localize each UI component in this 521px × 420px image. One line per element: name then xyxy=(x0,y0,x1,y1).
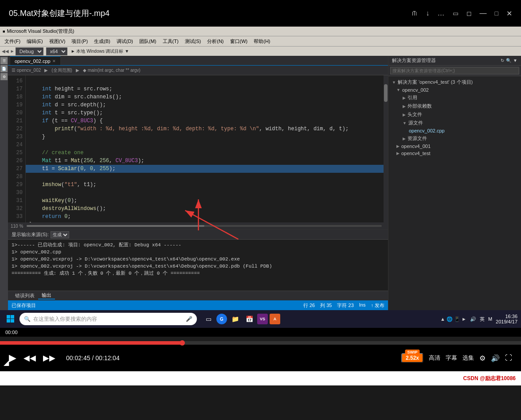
volume-button[interactable]: 🔊 xyxy=(491,354,500,362)
tab-close-icon[interactable]: ✕ xyxy=(52,59,56,63)
vs-left-sidebar: ☰ 📄 ⚙ xyxy=(0,56,8,310)
tree-item-resources[interactable]: ▶ 资源文件 xyxy=(390,134,519,143)
play-button[interactable]: ▶ xyxy=(9,352,16,364)
sidebar-icon-3[interactable]: ⚙ xyxy=(0,73,8,80)
sidebar-icon-1[interactable]: ☰ xyxy=(0,57,8,64)
share-icon[interactable]: ⫙ xyxy=(411,9,418,17)
taskbar-vs[interactable]: VS xyxy=(257,314,268,324)
taskbar-explorer[interactable]: 📁 xyxy=(229,313,241,325)
status-publish[interactable]: ↑ 发布 xyxy=(371,302,384,309)
se-ctrl-2[interactable]: 🔍 xyxy=(506,58,511,63)
fullscreen-button[interactable]: ⛶ xyxy=(505,354,512,362)
tree-item-sources[interactable]: ▼ 源文件 xyxy=(390,119,519,127)
chevron-right-icon-4: ▶ xyxy=(403,136,406,141)
vs-vertical-scrollbar[interactable] xyxy=(384,75,388,222)
vs-menu-help[interactable]: 帮助(H) xyxy=(251,38,273,45)
step-back-button[interactable]: ◀◀ xyxy=(24,353,36,363)
tree-externaldeps-label: 外部依赖数 xyxy=(407,103,432,109)
output-tab-output[interactable]: 输出 xyxy=(38,292,55,299)
output-line-4: 1> opencv_002.vcxproj -> D:\vcworkspaces… xyxy=(12,263,384,270)
horizontal-scrollbar[interactable] xyxy=(27,225,382,227)
speed-control[interactable]: SWIP 2.52x xyxy=(401,353,423,363)
vs-toolbar: ◀◀ ► Debug x64 ► 本地 Windows 调试目标 ▼ xyxy=(0,46,521,56)
vs-menu-view[interactable]: 视图(V) xyxy=(47,38,68,45)
vs-right-panel: 解决方案资源管理器 ↻ 🔍 ▼ ▼ 解决方案 'opencv4_test' (3 xyxy=(388,56,521,310)
h-scrollbar-thumb[interactable] xyxy=(27,225,204,227)
win-search-bar[interactable]: 🔍 在这里输入你要搜索的内容 🎤 xyxy=(20,313,197,325)
output-tab-errors[interactable]: 错误列表 xyxy=(12,292,38,299)
vs-menu-debug[interactable]: 调试(D) xyxy=(114,38,136,45)
vs-code-editor-wrap: 1617181920 2122232425 2627282930 313233 … xyxy=(8,75,388,222)
vs-menu-project[interactable]: 项目(P) xyxy=(69,38,90,45)
quality-button[interactable]: 高清 xyxy=(429,354,440,362)
sidebar-icon-2[interactable]: 📄 xyxy=(0,65,8,72)
subtitle-button[interactable]: 字幕 xyxy=(446,354,457,362)
se-ctrl-1[interactable]: ↻ xyxy=(501,58,504,63)
tree-item-headers[interactable]: ▶ 头文件 xyxy=(390,110,519,119)
tree-item-references[interactable]: ▶ 引用 xyxy=(390,93,519,102)
taskbar-task-view[interactable]: ▭ xyxy=(202,313,215,325)
vs-zoom-bar: 110 % xyxy=(8,222,388,229)
volume-icon[interactable]: 🔊 xyxy=(470,316,476,322)
tree-item-solution[interactable]: ▼ 解决方案 'opencv4_test' (3 个项目) xyxy=(390,78,519,86)
taskbar-chrome[interactable]: G xyxy=(216,314,227,324)
settings-button[interactable]: ⚙ xyxy=(479,354,486,362)
solution-explorer-controls: ↻ 🔍 ▼ xyxy=(501,58,517,63)
vs-scrollbar-thumb[interactable] xyxy=(384,84,388,102)
status-saved: 已保存项目 xyxy=(12,302,36,309)
search-icon: 🔍 xyxy=(24,316,31,322)
debug-config-dropdown[interactable]: Debug xyxy=(16,47,43,55)
tree-item-opencv002cpp[interactable]: opencv_002.cpp xyxy=(390,127,519,134)
svg-rect-4 xyxy=(11,315,14,319)
step-forward-button[interactable]: ▶▶ xyxy=(43,353,55,363)
vs-code-editor[interactable]: 1617181920 2122232425 2627282930 313233 … xyxy=(8,75,388,222)
tree-item-opencv4test[interactable]: ▶ opencv4_test xyxy=(390,150,519,157)
playback-time: 00:02:45 / 00:12:04 xyxy=(66,354,120,362)
status-char: 字符 23 xyxy=(337,302,353,309)
more-icon[interactable]: … xyxy=(438,9,445,17)
download-icon[interactable]: ↓ xyxy=(426,9,430,17)
vs-menu-analyze[interactable]: 分析(N) xyxy=(204,38,226,45)
platform-dropdown[interactable]: x64 xyxy=(46,47,67,55)
toolbar-icons: ◀◀ ► xyxy=(2,49,15,54)
window-title: 05.Mat对象创建与使用-.mp4 xyxy=(9,8,110,19)
vs-menu-tools[interactable]: 工具(T) xyxy=(160,38,181,45)
vs-menu-edit[interactable]: 编辑(E) xyxy=(24,38,46,45)
seek-bar-handle[interactable] xyxy=(180,340,185,346)
vs-title: Microsoft Visual Studio(管理员) xyxy=(7,28,74,35)
win-start-button[interactable] xyxy=(4,312,18,326)
vs-menu-window[interactable]: 窗口(W) xyxy=(227,38,251,45)
se-ctrl-3[interactable]: ▼ xyxy=(513,58,517,63)
pip-icon[interactable]: ▭ xyxy=(453,10,458,17)
svg-rect-5 xyxy=(7,319,10,323)
vs-menu-test[interactable]: 测试(S) xyxy=(182,38,204,45)
window-pip-icon[interactable]: ◻ xyxy=(466,10,472,17)
taskbar-calendar[interactable]: 📅 xyxy=(243,313,255,325)
tree-references-label: 引用 xyxy=(407,94,417,101)
status-col: 列 35 xyxy=(320,302,332,309)
current-time-display: 00:00 xyxy=(5,330,18,335)
vs-path-bar: ☰ opencv_002 ▶ (全局范围) ▶ ◆ main(int argc,… xyxy=(8,66,388,75)
select-button[interactable]: 选集 xyxy=(462,354,474,362)
svg-rect-3 xyxy=(7,315,10,319)
code-content[interactable]: int height = src.rows; int dim = src.cha… xyxy=(26,75,384,222)
mic-icon[interactable]: 🎤 xyxy=(186,316,192,322)
close-icon[interactable]: ✕ xyxy=(506,9,512,18)
path-separator: ▶ xyxy=(44,68,48,73)
current-playback-time: 00:02:45 xyxy=(66,354,90,362)
maximize-icon[interactable]: □ xyxy=(495,10,498,17)
vs-menu-file[interactable]: 文件(F) xyxy=(2,38,23,45)
minimize-icon[interactable]: — xyxy=(480,9,487,17)
se-search-input[interactable] xyxy=(390,67,519,74)
video-seek-bar[interactable] xyxy=(0,341,521,345)
vs-menu-build[interactable]: 生成(B) xyxy=(91,38,113,45)
tree-opencv002-label: opencv_002 xyxy=(402,87,429,93)
tree-sources-label: 源文件 xyxy=(408,120,423,126)
editor-tab-opencv002[interactable]: opencv_002.cpp ✕ xyxy=(10,56,61,65)
tree-item-externaldeps[interactable]: ▶ 外部依赖数 xyxy=(390,102,519,110)
vs-menu-team[interactable]: 团队(M) xyxy=(137,38,159,45)
output-source-dropdown[interactable]: 生成 xyxy=(51,231,69,238)
taskbar-app2[interactable]: A xyxy=(270,314,280,324)
tree-item-opencv4001[interactable]: ▶ opencv4_001 xyxy=(390,143,519,150)
tree-item-opencv002[interactable]: ▼ opencv_002 xyxy=(390,86,519,93)
